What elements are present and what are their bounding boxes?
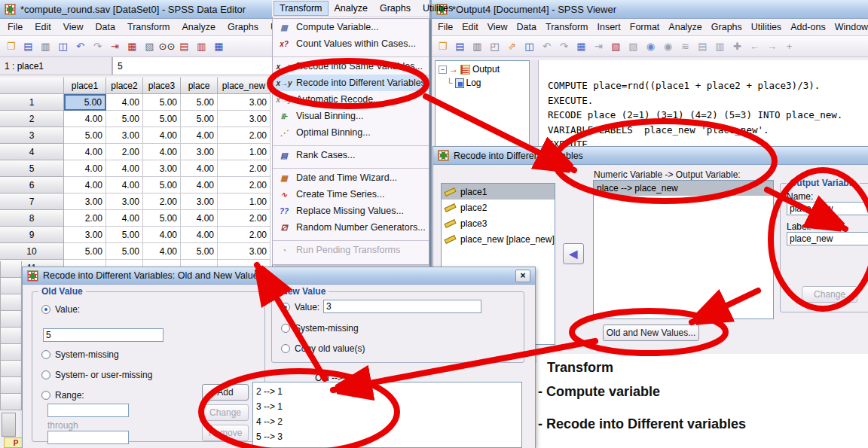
toolbar-icon[interactable]: ▤: [176, 38, 192, 54]
menu[interactable]: Analyze: [176, 20, 221, 35]
menu[interactable]: Edit: [457, 20, 483, 35]
cell[interactable]: 4.00: [106, 94, 143, 111]
toolbar-icon[interactable]: ⊙⊙: [159, 38, 175, 54]
menu[interactable]: Data: [90, 20, 121, 35]
toolbar-icon[interactable]: ⇥: [107, 38, 123, 54]
cell[interactable]: 5.00: [181, 94, 218, 111]
copy-old-values-radio[interactable]: Copy old value(s): [281, 343, 365, 354]
old-value-input[interactable]: 5: [43, 328, 164, 342]
toolbar-icon[interactable]: ▥: [194, 38, 209, 54]
menu[interactable]: Analyze: [664, 20, 706, 35]
cell[interactable]: 5.00: [181, 111, 218, 127]
radio-icon[interactable]: [281, 303, 290, 312]
menu-item[interactable]: ▤ Rank Cases...: [273, 147, 429, 163]
old-sysmis-radio[interactable]: System-missing: [41, 349, 119, 360]
old-and-new-values-button[interactable]: Old and New Values...: [603, 325, 699, 341]
toolbar-icon[interactable]: +: [781, 38, 797, 54]
cell[interactable]: 5.00: [181, 243, 218, 260]
cell[interactable]: 5.00: [64, 243, 106, 260]
row-header[interactable]: 3: [0, 127, 64, 144]
toolbar-icon[interactable]: ▦: [211, 38, 227, 54]
cell[interactable]: 3.00: [143, 160, 181, 177]
variable-item[interactable]: place1: [442, 184, 555, 200]
cell[interactable]: 4.00: [64, 177, 106, 194]
remove-button[interactable]: Remove: [202, 425, 249, 441]
menu[interactable]: Transform: [541, 20, 593, 35]
menu-item[interactable]: ∿ Create Time Series...: [273, 186, 429, 203]
toolbar-icon[interactable]: ▧: [142, 38, 157, 54]
new-value-radio[interactable]: Value:: [281, 302, 319, 312]
cell[interactable]: 5.00: [143, 94, 181, 111]
row-header[interactable]: 7: [0, 194, 64, 210]
menu[interactable]: Transform: [274, 1, 329, 16]
cell[interactable]: 3.00: [64, 227, 106, 243]
toolbar-icon[interactable]: ▦: [573, 38, 589, 54]
cell[interactable]: 3.00: [64, 194, 106, 210]
menu[interactable]: Edit: [29, 20, 57, 35]
old-new-pair[interactable]: 2 --> 1: [256, 384, 518, 399]
toolbar-icon[interactable]: ↷: [556, 38, 572, 54]
cell[interactable]: 5.00: [106, 243, 143, 260]
change-button[interactable]: Change: [202, 404, 249, 421]
menu[interactable]: Analyze: [329, 1, 374, 16]
change-output-button[interactable]: Change: [802, 286, 857, 303]
row-header[interactable]: 1: [0, 94, 64, 111]
menu[interactable]: Format: [625, 20, 665, 35]
cell[interactable]: 3.00: [218, 243, 270, 260]
viewer-titlebar[interactable]: *Output4 [Document4] - SPSS Viewer: [432, 0, 868, 19]
cell[interactable]: 1.00: [218, 194, 270, 210]
column-header[interactable]: place_new: [218, 78, 270, 94]
toolbar-icon[interactable]: ▤: [20, 38, 36, 54]
toolbar-icon[interactable]: ⇥: [591, 38, 607, 54]
cell[interactable]: 4.00: [143, 243, 181, 260]
cell[interactable]: 4.00: [106, 160, 143, 177]
mapping-item[interactable]: place --> place_new: [594, 181, 773, 196]
recode-dialog-titlebar[interactable]: Recode into Different Variables: [433, 147, 868, 165]
menu[interactable]: Utilities: [747, 20, 786, 35]
cell[interactable]: 4.00: [106, 177, 143, 194]
toolbar-icon[interactable]: ≋: [677, 38, 693, 54]
toolbar-icon[interactable]: ◉: [660, 38, 676, 54]
cell[interactable]: 3.00: [181, 144, 218, 160]
menu[interactable]: View: [57, 20, 90, 35]
cell[interactable]: 3.00: [106, 127, 143, 144]
cell[interactable]: 4.00: [143, 227, 181, 243]
menu-item[interactable]: ⚂ Random Number Generators...: [273, 219, 429, 236]
toolbar-icon[interactable]: ◫: [55, 38, 71, 54]
toolbar-icon[interactable]: ←: [747, 38, 763, 54]
menu-item[interactable]: x→x Recode into Same Variables...: [273, 58, 429, 75]
row-header[interactable]: 5: [0, 160, 64, 177]
new-value-input[interactable]: 3: [323, 300, 481, 313]
toolbar-icon[interactable]: ▦: [124, 38, 140, 54]
menu[interactable]: Graphs: [374, 1, 417, 16]
old-new-pair[interactable]: 3 --> 1: [256, 399, 518, 414]
cell[interactable]: 5.00: [143, 111, 181, 127]
cell[interactable]: 4.00: [181, 177, 218, 194]
cell[interactable]: 3.00: [218, 94, 270, 111]
menu[interactable]: Data: [512, 20, 541, 35]
menu[interactable]: File: [433, 20, 457, 35]
toolbar-icon[interactable]: ▥: [469, 38, 485, 54]
menu-item[interactable]: ?? Replace Missing Values...: [273, 203, 429, 219]
toolbar-icon[interactable]: ▨: [625, 38, 641, 54]
radio-icon[interactable]: [41, 391, 50, 400]
radio-icon[interactable]: [281, 344, 290, 353]
cell-value-field[interactable]: 5: [113, 57, 272, 75]
toolbar-icon[interactable]: ▧: [608, 38, 624, 54]
cell[interactable]: 5.00: [64, 127, 106, 144]
radio-icon[interactable]: [41, 350, 50, 359]
cell[interactable]: 4.00: [143, 144, 181, 160]
tree-node-log[interactable]: └ Log: [436, 75, 529, 88]
cell[interactable]: 2.00: [218, 227, 270, 243]
column-header[interactable]: place: [181, 78, 218, 94]
cell[interactable]: 2.00: [106, 144, 143, 160]
cell[interactable]: 4.00: [181, 210, 218, 227]
menu-item[interactable]: ⋰ Optimal Binning...: [273, 124, 429, 141]
cell[interactable]: 4.00: [181, 227, 218, 243]
menu-item[interactable]: x? Count Values within Cases...: [273, 35, 429, 52]
menu-item[interactable]: ◔ Run Pending Transforms: [273, 242, 429, 258]
cell[interactable]: 5.00: [64, 94, 106, 111]
menu-item[interactable]: [273, 236, 429, 242]
toolbar-icon[interactable]: ▤: [452, 38, 468, 54]
cell[interactable]: 2.00: [143, 194, 181, 210]
